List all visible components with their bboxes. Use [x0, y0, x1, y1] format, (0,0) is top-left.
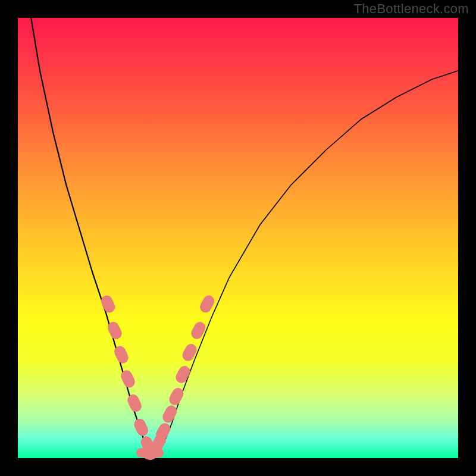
marker-blob [149, 448, 164, 458]
marker-blob [132, 417, 150, 438]
marker-blob [167, 386, 186, 407]
curve-left-path [31, 18, 154, 454]
plot-area [18, 18, 458, 458]
marker-blob [180, 342, 199, 363]
watermark-text: TheBottleneck.com [354, 1, 469, 17]
marker-blob [126, 393, 143, 414]
marker-blob [99, 293, 117, 314]
marker-blob [119, 368, 137, 389]
highlight-markers [99, 293, 217, 462]
curve-svg [18, 18, 458, 458]
marker-blob [198, 293, 217, 314]
marker-blob [161, 403, 179, 424]
chart-frame: TheBottleneck.com [0, 0, 476, 476]
curve-right-path [150, 71, 458, 454]
marker-blob [189, 320, 208, 341]
